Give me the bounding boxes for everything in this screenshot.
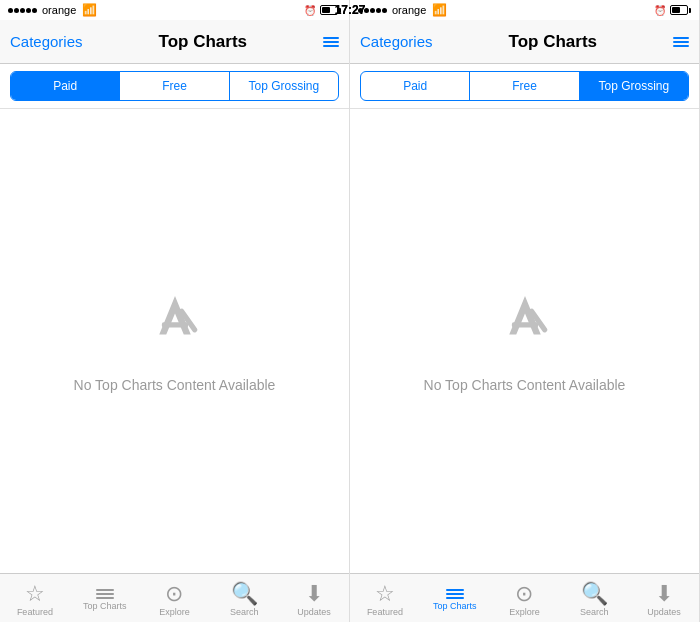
tab-search[interactable]: 🔍 Search <box>209 574 279 622</box>
nav-bar: Categories Top Charts <box>350 20 699 64</box>
tab-search-label: Search <box>230 607 259 617</box>
top-charts-icon <box>96 589 114 599</box>
segment-control: Paid Free Top Grossing <box>360 71 689 101</box>
carrier-label: orange <box>42 4 76 16</box>
tab-explore[interactable]: ⊙ Explore <box>140 574 210 622</box>
main-content: No Top Charts Content Available <box>0 109 349 573</box>
tab-search-label: Search <box>580 607 609 617</box>
list-icon[interactable] <box>323 37 339 47</box>
nav-title: Top Charts <box>83 32 323 52</box>
search-icon: 🔍 <box>231 583 258 605</box>
tab-updates-label: Updates <box>297 607 331 617</box>
signal-dots <box>8 8 37 13</box>
appstore-icon <box>140 289 210 363</box>
nav-bar: Categories Top Charts <box>0 20 349 64</box>
wifi-icon: 📶 <box>82 3 97 17</box>
panel-left: orange 📶 17:27 ⏰ Categories Top Charts P… <box>0 0 350 622</box>
segment-free[interactable]: Free <box>120 72 229 100</box>
segment-control: Paid Free Top Grossing <box>10 71 339 101</box>
main-content: No Top Charts Content Available <box>350 109 699 573</box>
tab-featured-label: Featured <box>367 607 403 617</box>
tab-explore-label: Explore <box>159 607 190 617</box>
tab-featured[interactable]: ☆ Featured <box>350 574 420 622</box>
segment-free[interactable]: Free <box>470 72 579 100</box>
alarm-icon: ⏰ <box>654 5 666 16</box>
tab-featured-label: Featured <box>17 607 53 617</box>
appstore-icon <box>490 289 560 363</box>
status-bar: orange 📶 17:27 ⏰ <box>350 0 699 20</box>
search-icon: 🔍 <box>581 583 608 605</box>
carrier-label: orange <box>392 4 426 16</box>
tab-top-charts-label: Top Charts <box>83 601 127 611</box>
battery-icon <box>670 5 691 15</box>
segment-paid[interactable]: Paid <box>11 72 120 100</box>
wifi-icon: 📶 <box>432 3 447 17</box>
segment-paid[interactable]: Paid <box>361 72 470 100</box>
tab-explore-label: Explore <box>509 607 540 617</box>
tab-top-charts[interactable]: Top Charts <box>70 574 140 622</box>
empty-message: No Top Charts Content Available <box>424 377 626 393</box>
tab-top-charts-label: Top Charts <box>433 601 477 611</box>
panel-right: orange 📶 17:27 ⏰ Categories Top Charts P… <box>350 0 700 622</box>
svg-rect-1 <box>161 322 187 327</box>
tab-bar: ☆ Featured Top Charts ⊙ Explore 🔍 Search… <box>0 573 349 622</box>
categories-link[interactable]: Categories <box>10 33 83 50</box>
segment-top-grossing[interactable]: Top Grossing <box>580 72 688 100</box>
tab-updates[interactable]: ⬇ Updates <box>629 574 699 622</box>
status-bar: orange 📶 17:27 ⏰ <box>0 0 349 20</box>
explore-icon: ⊙ <box>515 583 533 605</box>
categories-link[interactable]: Categories <box>360 33 433 50</box>
tab-updates[interactable]: ⬇ Updates <box>279 574 349 622</box>
star-icon: ☆ <box>375 583 395 605</box>
svg-rect-4 <box>511 322 537 327</box>
time-display: 17:27 <box>335 3 366 17</box>
list-icon[interactable] <box>673 37 689 47</box>
explore-icon: ⊙ <box>165 583 183 605</box>
tab-featured[interactable]: ☆ Featured <box>0 574 70 622</box>
tab-search[interactable]: 🔍 Search <box>559 574 629 622</box>
updates-icon: ⬇ <box>305 583 323 605</box>
segment-top-grossing[interactable]: Top Grossing <box>230 72 338 100</box>
nav-title: Top Charts <box>433 32 673 52</box>
alarm-icon: ⏰ <box>304 5 316 16</box>
updates-icon: ⬇ <box>655 583 673 605</box>
tab-top-charts[interactable]: Top Charts <box>420 574 490 622</box>
tab-bar: ☆ Featured Top Charts ⊙ Explore 🔍 Search… <box>350 573 699 622</box>
empty-message: No Top Charts Content Available <box>74 377 276 393</box>
top-charts-icon <box>446 589 464 599</box>
tab-updates-label: Updates <box>647 607 681 617</box>
segment-bar: Paid Free Top Grossing <box>0 64 349 109</box>
segment-bar: Paid Free Top Grossing <box>350 64 699 109</box>
tab-explore[interactable]: ⊙ Explore <box>490 574 560 622</box>
star-icon: ☆ <box>25 583 45 605</box>
